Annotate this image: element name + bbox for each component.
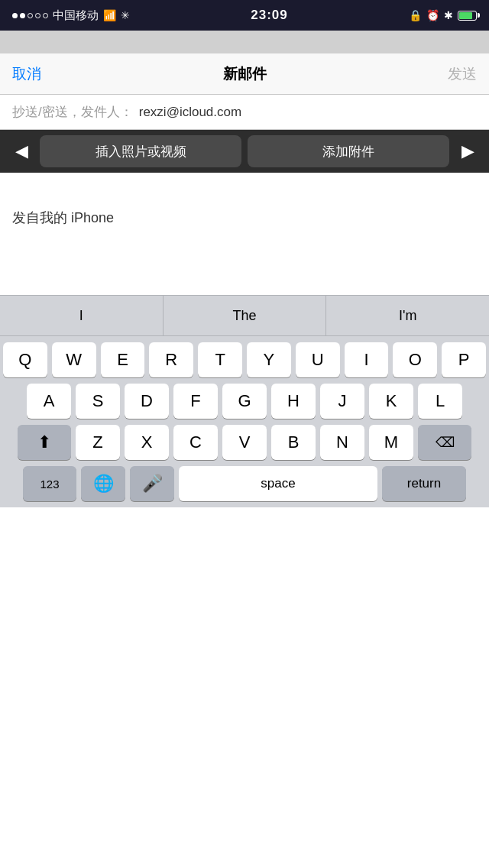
compose-toolbar: ◀ 插入照片或视频 添加附件 ▶ — [0, 130, 489, 173]
insert-photo-button[interactable]: 插入照片或视频 — [40, 135, 241, 167]
key-m[interactable]: M — [369, 425, 413, 460]
signal-dots — [12, 13, 48, 18]
key-n[interactable]: N — [320, 425, 364, 460]
key-d[interactable]: D — [125, 384, 169, 419]
dot2 — [20, 13, 25, 18]
number-key[interactable]: 123 — [23, 466, 76, 501]
dot3 — [28, 13, 33, 18]
nav-bar: 取消 新邮件 发送 — [0, 53, 489, 95]
keyboard-row-3: ⬆ Z X C V B N M ⌫ — [3, 425, 486, 460]
key-o[interactable]: O — [393, 342, 437, 377]
alarm-icon: ⏰ — [426, 9, 439, 21]
autocomplete-item-1[interactable]: I — [0, 296, 164, 335]
key-f[interactable]: F — [173, 384, 218, 419]
cc-value: rexzi@icloud.com — [139, 105, 241, 120]
toolbar-next-button[interactable]: ▶ — [452, 141, 483, 161]
keyboard-row-4: 123 🌐 🎤 space return — [3, 466, 486, 501]
status-right: 🔒 ⏰ ✱ — [409, 9, 477, 21]
status-bar: 中国移动 📶 ✳ 23:09 🔒 ⏰ ✱ — [0, 0, 489, 31]
send-button[interactable]: 发送 — [448, 64, 477, 84]
wifi-icon: 📶 — [103, 9, 116, 21]
key-y[interactable]: Y — [247, 342, 291, 377]
cc-field[interactable]: 抄送/密送，发件人： rexzi@icloud.com — [0, 95, 489, 130]
previous-screen-bar — [0, 31, 489, 53]
lock-icon: 🔒 — [409, 9, 422, 21]
key-w[interactable]: W — [52, 342, 96, 377]
key-a[interactable]: A — [27, 384, 71, 419]
return-key[interactable]: return — [382, 466, 466, 501]
dot5 — [43, 13, 48, 18]
dot1 — [12, 13, 18, 18]
bluetooth-icon: ✱ — [444, 9, 453, 21]
mic-key[interactable]: 🎤 — [130, 466, 174, 501]
key-r[interactable]: R — [149, 342, 193, 377]
keyboard-row-2: A S D F G H J K L — [3, 384, 486, 419]
key-k[interactable]: K — [369, 384, 413, 419]
autocomplete-item-3[interactable]: I'm — [326, 296, 489, 335]
status-left: 中国移动 📶 ✳ — [12, 8, 130, 23]
key-z[interactable]: Z — [76, 425, 120, 460]
key-q[interactable]: Q — [3, 342, 47, 377]
key-s[interactable]: S — [76, 384, 120, 419]
key-x[interactable]: X — [125, 425, 169, 460]
space-key[interactable]: space — [179, 466, 377, 501]
delete-key[interactable]: ⌫ — [418, 425, 471, 460]
key-h[interactable]: H — [271, 384, 316, 419]
globe-key[interactable]: 🌐 — [81, 466, 125, 501]
key-l[interactable]: L — [418, 384, 462, 419]
carrier-label: 中国移动 — [53, 8, 99, 23]
key-e[interactable]: E — [101, 342, 145, 377]
key-t[interactable]: T — [198, 342, 242, 377]
shift-key[interactable]: ⬆ — [18, 425, 71, 460]
key-p[interactable]: P — [442, 342, 486, 377]
key-g[interactable]: G — [222, 384, 267, 419]
nav-title: 新邮件 — [223, 64, 267, 84]
keyboard-row-1: Q W E R T Y U I O P — [3, 342, 486, 377]
key-v[interactable]: V — [222, 425, 267, 460]
cc-label: 抄送/密送，发件人： — [12, 103, 133, 121]
status-time: 23:09 — [251, 8, 287, 23]
key-b[interactable]: B — [271, 425, 316, 460]
key-u[interactable]: U — [296, 342, 340, 377]
toolbar-prev-button[interactable]: ◀ — [6, 141, 37, 161]
key-c[interactable]: C — [173, 425, 218, 460]
cancel-button[interactable]: 取消 — [12, 64, 41, 84]
compose-area[interactable]: 发自我的 iPhone — [0, 173, 489, 295]
autocomplete-item-2[interactable]: The — [164, 296, 327, 335]
add-attachment-button[interactable]: 添加附件 — [248, 135, 449, 167]
key-j[interactable]: J — [320, 384, 364, 419]
battery-indicator — [458, 11, 477, 21]
sync-icon: ✳ — [121, 9, 130, 21]
autocomplete-bar: I The I'm — [0, 295, 489, 336]
dot4 — [35, 13, 40, 18]
email-signature: 发自我的 iPhone — [12, 208, 477, 228]
battery-level — [459, 12, 472, 19]
keyboard: Q W E R T Y U I O P A S D F G H J K L ⬆ … — [0, 336, 489, 507]
key-i[interactable]: I — [345, 342, 389, 377]
